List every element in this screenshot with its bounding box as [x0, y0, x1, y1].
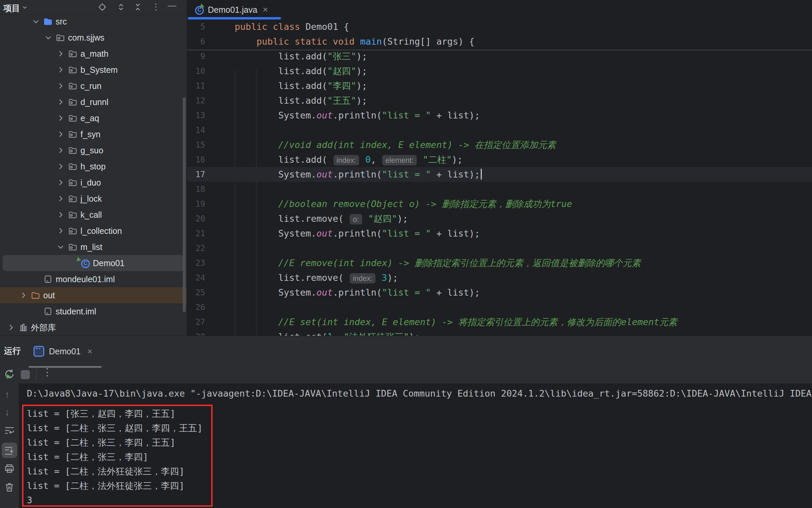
tree-item-mondeule01.iml[interactable]: mondeule01.iml — [0, 271, 187, 287]
tree-item-h_stop[interactable]: h_stop — [0, 158, 187, 174]
chevron-right-icon[interactable] — [56, 194, 65, 203]
package-icon — [68, 194, 78, 203]
line-number: 25 — [187, 285, 205, 300]
tree-item-src[interactable]: src — [0, 13, 187, 30]
code-text: list.remove( index: 3); — [235, 270, 398, 286]
chevron-right-icon[interactable] — [56, 226, 65, 235]
run-toolbar: ⋮ — [0, 368, 812, 383]
package-icon — [68, 145, 78, 155]
more-options-icon[interactable]: ⋮ — [151, 1, 160, 13]
line-number: 9 — [187, 49, 205, 64]
chevron-right-icon[interactable] — [56, 162, 65, 171]
line-number: 22 — [187, 241, 205, 256]
editor-tab-demo01[interactable]: C Demo01.java × — [187, 0, 274, 19]
editor-pane[interactable]: C Demo01.java × 5public class Demo01 {6 … — [187, 0, 812, 336]
expand-all-icon[interactable] — [117, 3, 126, 11]
tree-item-com.sjjws[interactable]: com.sjjws — [0, 30, 187, 46]
soft-wrap-icon[interactable] — [4, 425, 15, 436]
code-text: //void add(int index, E element) -> 在指定位… — [235, 137, 556, 152]
print-icon[interactable] — [4, 463, 15, 474]
code-line-26: 26 — [187, 300, 812, 315]
folder-src-icon — [43, 17, 53, 26]
tree-item-外部库[interactable]: 外部库 — [0, 320, 187, 336]
rerun-icon[interactable] — [3, 368, 15, 380]
locate-icon[interactable] — [98, 3, 107, 11]
code-area[interactable]: 5public class Demo01 {6 public static vo… — [187, 19, 812, 336]
collapse-all-icon[interactable] — [134, 3, 142, 11]
tree-item-l_collection[interactable]: l_collection — [0, 223, 187, 239]
package-icon — [68, 242, 78, 252]
library-icon — [18, 323, 28, 332]
tree-item-b_System[interactable]: b_System — [0, 62, 187, 78]
code-text: public static void main(String[] args) { — [235, 34, 474, 49]
tree-item-k_call[interactable]: k_call — [0, 207, 187, 223]
tree-item-Demo01[interactable]: CDemo01 — [3, 255, 184, 271]
chevron-right-icon[interactable] — [56, 98, 65, 107]
tree-item-label: f_syn — [81, 129, 101, 139]
code-line-15: 15 //void add(int index, E element) -> 在… — [187, 137, 812, 152]
package-icon — [68, 210, 78, 219]
chevron-right-icon[interactable] — [7, 323, 15, 332]
project-scrollbar-thumb[interactable] — [183, 97, 186, 312]
chevron-right-icon[interactable] — [19, 291, 28, 300]
more-options-icon[interactable]: ⋮ — [42, 366, 52, 378]
chevron-right-icon[interactable] — [56, 130, 65, 138]
annotation-red-box — [22, 405, 212, 507]
line-number: 27 — [187, 315, 205, 330]
chevron-right-icon[interactable] — [56, 210, 65, 219]
line-number: 26 — [187, 300, 205, 315]
close-icon[interactable]: × — [262, 4, 268, 15]
tree-item-e_aq[interactable]: e_aq — [0, 110, 187, 126]
run-tab-demo01[interactable]: Demo01 × — [34, 342, 93, 361]
code-line-12: 12 list.add("王五"); — [187, 93, 812, 108]
tree-item-f_syn[interactable]: f_syn — [0, 126, 187, 142]
chevron-right-icon[interactable] — [56, 49, 65, 58]
chevron-down-icon[interactable] — [21, 4, 28, 11]
code-line-27: 27 //E set(int index, E element) -> 将指定索… — [187, 315, 812, 330]
tree-item-c_run[interactable]: c_run — [0, 78, 187, 94]
chevron-down-icon[interactable] — [44, 33, 53, 42]
tree-item-a_math[interactable]: a_math — [0, 46, 187, 62]
stop-icon[interactable] — [21, 370, 30, 379]
tree-item-i_duo[interactable]: i_duo — [0, 174, 187, 190]
tree-item-out[interactable]: out — [0, 287, 187, 303]
tree-item-student.iml[interactable]: student.iml — [0, 303, 187, 320]
scroll-to-end-icon[interactable] — [4, 445, 15, 456]
inline-parameter-hint: element: — [382, 155, 416, 165]
chevron-down-icon[interactable] — [56, 243, 65, 251]
run-panel-title[interactable]: 运行 — [4, 345, 21, 356]
tree-item-d_runnl[interactable]: d_runnl — [0, 94, 187, 110]
file-icon — [43, 307, 53, 316]
package-icon — [68, 114, 78, 123]
chevron-right-icon[interactable] — [56, 178, 65, 187]
chevron-right-icon[interactable] — [56, 82, 65, 90]
clear-all-icon[interactable] — [4, 482, 15, 493]
close-icon[interactable]: × — [88, 346, 93, 357]
chevron-right-icon[interactable] — [56, 66, 65, 74]
project-panel-title[interactable]: 项目 — [3, 3, 20, 14]
up-stack-trace-icon[interactable]: ↑ — [5, 389, 10, 400]
toolbar-separator — [36, 368, 37, 381]
folder-out-icon — [31, 291, 40, 300]
text-caret — [481, 169, 482, 179]
tree-item-label: student.iml — [56, 307, 96, 316]
chevron-down-icon[interactable] — [32, 17, 40, 26]
tree-item-j_lock[interactable]: j_lock — [0, 190, 187, 207]
fold-separator-line — [187, 50, 812, 50]
code-line-18: 18 — [187, 182, 812, 197]
code-line-22: 22 — [187, 241, 812, 256]
tree-item-label: Demo01 — [93, 258, 125, 268]
tree-item-m_list[interactable]: m_list — [0, 239, 187, 255]
hide-panel-icon[interactable]: — — [168, 0, 176, 11]
down-stack-trace-icon[interactable]: ↓ — [5, 406, 10, 418]
code-line-11: 11 list.add("李四"); — [187, 79, 812, 93]
package-icon — [68, 226, 78, 236]
chevron-right-icon[interactable] — [56, 146, 65, 155]
tree-item-label: h_stop — [81, 162, 106, 171]
code-text: list.set(1, "法外狂徒张三"); — [235, 330, 420, 336]
code-text: //boolean remove(Object o) -> 删除指定元素，删除成… — [235, 197, 572, 211]
package-icon — [68, 129, 78, 139]
tree-item-g_suo[interactable]: g_suo — [0, 142, 187, 158]
chevron-right-icon[interactable] — [56, 114, 65, 123]
editor-tab-title: Demo01.java — [208, 5, 257, 15]
